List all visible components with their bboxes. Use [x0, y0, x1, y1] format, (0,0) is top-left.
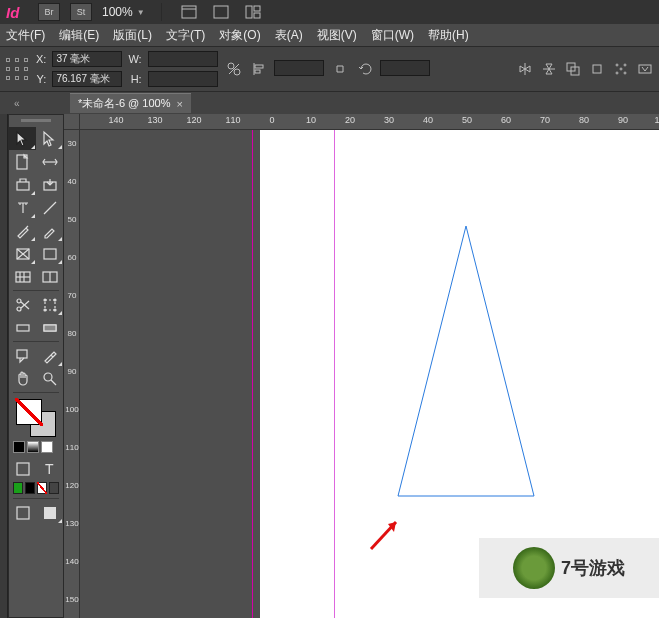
- stock-button[interactable]: St: [70, 3, 92, 21]
- toolbox: T: [8, 114, 64, 618]
- watermark-brand: 7号游戏: [561, 556, 625, 580]
- x-field[interactable]: 37 毫米: [52, 51, 122, 67]
- apply-none-icon[interactable]: [41, 441, 53, 453]
- table-grid-icon[interactable]: [9, 265, 36, 288]
- scale-percent-icon[interactable]: [224, 60, 244, 78]
- page-tool[interactable]: [9, 150, 36, 173]
- canvas[interactable]: 7号游戏: [80, 130, 659, 618]
- menu-object[interactable]: 对象(O): [219, 27, 260, 44]
- h-label: H:: [128, 73, 141, 85]
- close-tab-icon[interactable]: ×: [176, 98, 182, 110]
- app-logo-icon: Id: [6, 1, 28, 23]
- line-tool[interactable]: [36, 196, 63, 219]
- zoom-select[interactable]: 100% ▼: [102, 5, 145, 19]
- gap-tool[interactable]: [36, 150, 63, 173]
- vertical-ruler[interactable]: 30405060708090100110120130140150: [64, 130, 80, 618]
- color-green[interactable]: [13, 482, 23, 494]
- view-options-button[interactable]: [178, 3, 200, 21]
- fill-stroke-swatch[interactable]: [16, 399, 56, 437]
- view-mode-preview-icon[interactable]: [36, 501, 63, 524]
- svg-point-16: [624, 64, 626, 66]
- y-field[interactable]: 76.167 毫米: [52, 71, 122, 87]
- svg-rect-48: [17, 350, 27, 358]
- color-registration[interactable]: [49, 482, 59, 494]
- svg-line-25: [44, 202, 56, 214]
- view-mode-normal-icon[interactable]: [9, 501, 36, 524]
- zoom-tool[interactable]: [36, 367, 63, 390]
- svg-point-19: [620, 68, 622, 70]
- menu-type[interactable]: 文字(T): [166, 27, 205, 44]
- scissors-tool[interactable]: [9, 293, 36, 316]
- ruler-origin-icon[interactable]: [64, 114, 80, 130]
- bridge-button[interactable]: Br: [38, 3, 60, 21]
- horizontal-ruler[interactable]: 1401301201100102030405060708090100: [80, 114, 659, 130]
- document-tab[interactable]: *未命名-6 @ 100% ×: [70, 93, 191, 113]
- svg-rect-14: [593, 65, 601, 73]
- arrange-button[interactable]: [242, 3, 264, 21]
- direct-selection-tool[interactable]: [36, 127, 63, 150]
- distribute-icon[interactable]: [611, 60, 631, 78]
- h-field[interactable]: [148, 71, 218, 87]
- eyedropper-tool[interactable]: [36, 344, 63, 367]
- note-tool[interactable]: [9, 344, 36, 367]
- link-icon[interactable]: [330, 60, 350, 78]
- flip-horizontal-icon[interactable]: [515, 60, 535, 78]
- svg-point-15: [616, 64, 618, 66]
- svg-marker-55: [398, 226, 534, 496]
- transform-fields: X: 37 毫米 W: Y: 76.167 毫米 H:: [36, 50, 218, 88]
- svg-rect-54: [44, 507, 56, 519]
- apply-gradient-icon[interactable]: [27, 441, 39, 453]
- fit-frame-icon[interactable]: [635, 60, 655, 78]
- apply-color-icon[interactable]: [13, 441, 25, 453]
- fill-swatch[interactable]: [16, 399, 42, 425]
- zoom-value: 100%: [102, 5, 133, 19]
- title-bar: Id Br St 100% ▼: [0, 0, 659, 24]
- svg-rect-40: [45, 300, 55, 310]
- scale-x-field[interactable]: [274, 60, 324, 76]
- selection-tool[interactable]: [9, 127, 36, 150]
- rotate-icon[interactable]: [356, 60, 376, 78]
- rotate-field[interactable]: [380, 60, 430, 76]
- gradient-swatch-tool[interactable]: [9, 316, 36, 339]
- gradient-feather-tool[interactable]: [36, 316, 63, 339]
- menu-help[interactable]: 帮助(H): [428, 27, 469, 44]
- reference-point-picker[interactable]: [4, 56, 30, 82]
- select-content-icon[interactable]: [587, 60, 607, 78]
- svg-rect-4: [254, 6, 260, 11]
- rectangle-frame-tool[interactable]: [9, 242, 36, 265]
- menu-view[interactable]: 视图(V): [317, 27, 357, 44]
- svg-rect-10: [255, 65, 263, 68]
- svg-text:T: T: [45, 461, 54, 477]
- annotation-arrow-icon: [366, 514, 406, 554]
- color-none[interactable]: [37, 482, 47, 494]
- w-field[interactable]: [148, 51, 218, 67]
- rectangle-tool[interactable]: [36, 242, 63, 265]
- screen-mode-button[interactable]: [210, 3, 232, 21]
- cell-tool[interactable]: [36, 265, 63, 288]
- free-transform-tool[interactable]: [36, 293, 63, 316]
- menu-table[interactable]: 表(A): [275, 27, 303, 44]
- triangle-shape[interactable]: [396, 226, 536, 498]
- flip-vertical-icon[interactable]: [539, 60, 559, 78]
- menu-window[interactable]: 窗口(W): [371, 27, 414, 44]
- pencil-tool[interactable]: [36, 219, 63, 242]
- svg-rect-53: [17, 507, 29, 519]
- pen-tool[interactable]: [9, 219, 36, 242]
- content-placer-tool[interactable]: [36, 173, 63, 196]
- watermark: 7号游戏: [479, 538, 659, 598]
- formatting-text-icon[interactable]: T: [36, 457, 63, 480]
- hand-tool[interactable]: [9, 367, 36, 390]
- content-collector-tool[interactable]: [9, 173, 36, 196]
- tab-scroll-left-icon[interactable]: «: [14, 98, 20, 109]
- color-black[interactable]: [25, 482, 35, 494]
- menu-layout[interactable]: 版面(L): [113, 27, 152, 44]
- align-left-icon[interactable]: [250, 60, 270, 78]
- menu-file[interactable]: 文件(F): [6, 27, 45, 44]
- type-tool[interactable]: [9, 196, 36, 219]
- menu-edit[interactable]: 编辑(E): [59, 27, 99, 44]
- formatting-container-icon[interactable]: [9, 457, 36, 480]
- guide-vertical[interactable]: [252, 130, 253, 618]
- select-container-icon[interactable]: [563, 60, 583, 78]
- svg-rect-0: [182, 6, 196, 18]
- svg-rect-3: [246, 6, 252, 18]
